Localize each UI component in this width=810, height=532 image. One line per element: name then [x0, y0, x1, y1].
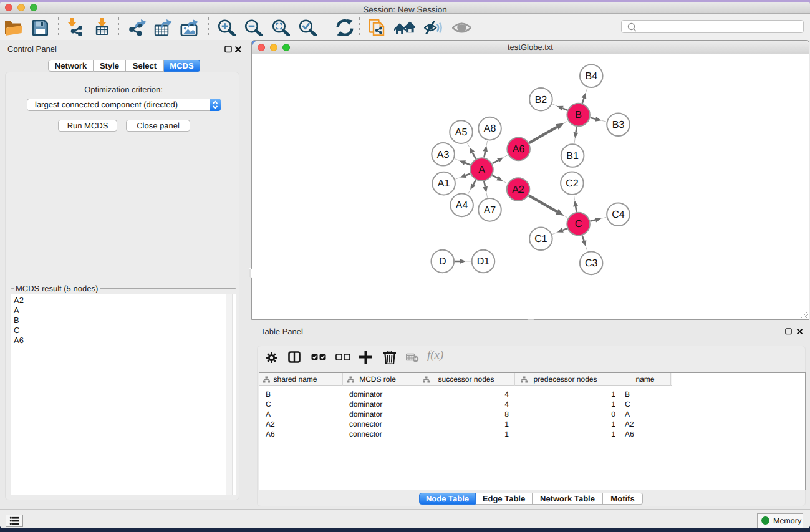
svg-text:A8: A8: [484, 123, 496, 134]
svg-text:A4: A4: [456, 200, 468, 211]
svg-text:B2: B2: [535, 95, 547, 105]
svg-text:A1: A1: [438, 178, 450, 189]
svg-text:C1: C1: [534, 234, 547, 244]
svg-text:C3: C3: [585, 258, 598, 269]
svg-text:B: B: [575, 110, 582, 120]
svg-text:D: D: [439, 256, 446, 267]
svg-text:C2: C2: [566, 178, 579, 189]
svg-text:A5: A5: [455, 127, 468, 138]
svg-text:A: A: [478, 165, 485, 175]
svg-text:A6: A6: [513, 144, 525, 155]
svg-text:B1: B1: [566, 151, 579, 162]
svg-text:B4: B4: [585, 71, 597, 82]
svg-text:A2: A2: [512, 185, 524, 195]
svg-text:A3: A3: [437, 150, 450, 160]
svg-text:B3: B3: [612, 120, 625, 130]
svg-text:D1: D1: [477, 256, 490, 267]
svg-text:C4: C4: [612, 210, 625, 220]
svg-text:A7: A7: [484, 205, 496, 216]
svg-text:C: C: [575, 219, 582, 230]
